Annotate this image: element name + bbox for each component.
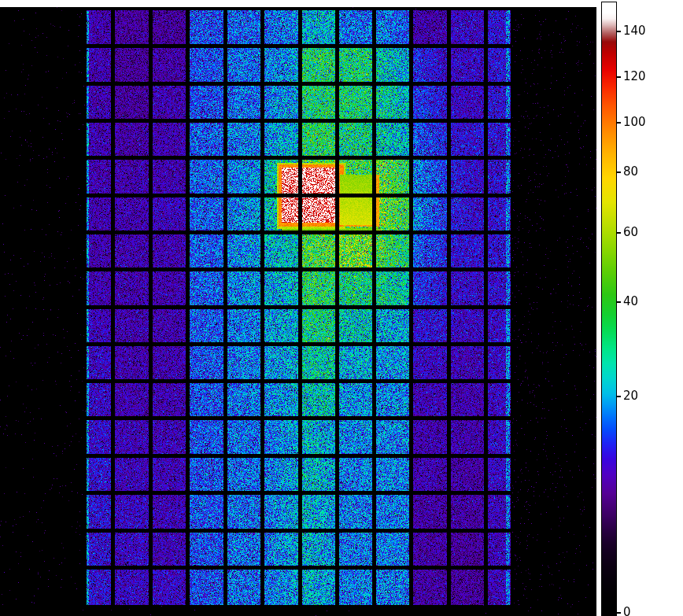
colorbar-tick-label-120: 120	[623, 71, 646, 83]
colorbar-tick-label-140: 140	[623, 25, 646, 37]
colorbar-tick-label-60: 60	[623, 227, 638, 238]
colorbar-tick-label-100: 100	[623, 116, 646, 128]
detector-heatmap-figure: 140 120 100 80 60 40 20 0	[0, 0, 683, 616]
colorbar-tick-label-40: 40	[623, 296, 638, 308]
colorbar-tick-label-80: 80	[623, 166, 638, 178]
colorbar-tick-label-20: 20	[623, 390, 638, 402]
colorbar-tick-label-0: 0	[623, 607, 631, 616]
detector-image-canvas	[0, 0, 683, 616]
